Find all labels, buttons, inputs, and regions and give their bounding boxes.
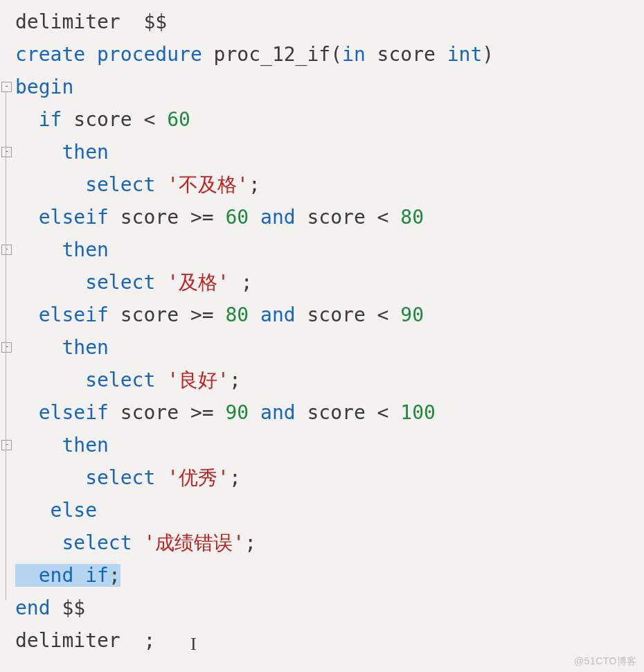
code-line: if score < 60 — [15, 108, 190, 131]
code-line: delimiter ; I — [15, 629, 197, 652]
code-editor: - - - - - delimiter $$ create procedure … — [0, 0, 644, 657]
fold-marker[interactable]: - — [1, 147, 12, 157]
code-line: select '优秀'; — [15, 466, 241, 489]
code-line: elseif score >= 80 and score < 90 — [15, 303, 424, 326]
code-line: select '良好'; — [15, 369, 241, 391]
code-line: end if; — [15, 564, 120, 587]
watermark: @51CTO博客 — [574, 655, 637, 668]
code-line: then — [15, 238, 109, 261]
code-line: select '成绩错误'; — [15, 531, 256, 554]
code-line: elseif score >= 90 and score < 100 — [15, 401, 436, 424]
code-line: begin — [15, 76, 73, 98]
code-block: delimiter $$ create procedure proc_12_if… — [0, 6, 644, 657]
code-line: else — [15, 499, 97, 522]
fold-marker[interactable]: - — [1, 342, 12, 353]
code-line: then — [15, 336, 109, 359]
code-line: then — [15, 141, 109, 163]
code-line: end $$ — [15, 596, 85, 619]
fold-marker[interactable]: - — [1, 245, 12, 255]
text-cursor-icon: I — [190, 634, 197, 654]
code-line: select '不及格'; — [15, 173, 260, 196]
code-line: elseif score >= 60 and score < 80 — [15, 206, 424, 229]
fold-marker[interactable]: - — [1, 82, 12, 92]
code-line: create procedure proc_12_if(in score int… — [15, 43, 494, 66]
code-line: select '及格' ; — [15, 271, 253, 294]
fold-marker[interactable]: - — [1, 440, 12, 450]
code-line: delimiter $$ — [15, 10, 167, 33]
code-line: then — [15, 434, 109, 457]
